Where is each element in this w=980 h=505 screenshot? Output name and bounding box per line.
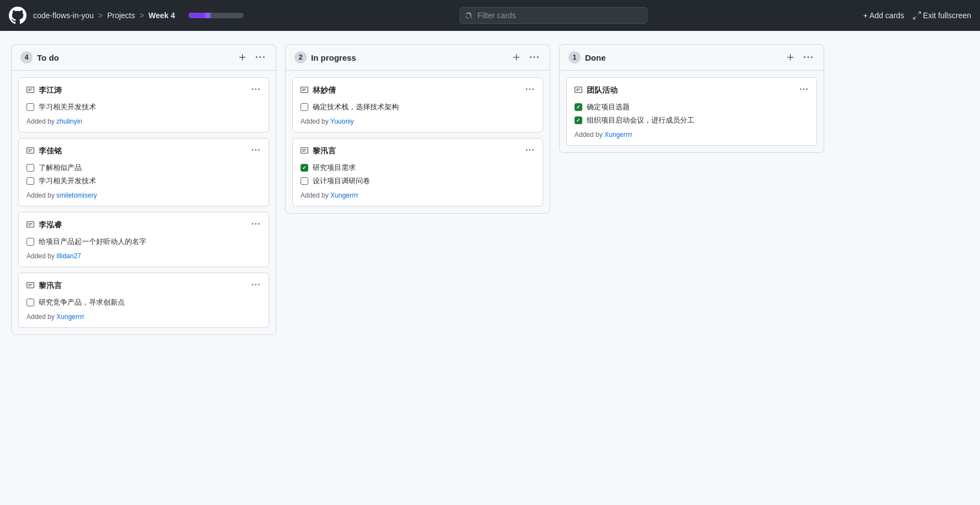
card-menu-button[interactable] <box>251 84 261 97</box>
card-kebab-icon <box>252 146 260 154</box>
card-menu-button[interactable] <box>251 145 261 157</box>
card-tasks: 学习相关开发技术 <box>27 102 261 112</box>
task-text: 确定项目选题 <box>587 102 630 112</box>
card-footer: Added by Xungerrrr <box>575 131 809 139</box>
task-text: 研究竞争产品，寻求创新点 <box>39 297 125 307</box>
card-note-icon <box>27 221 34 230</box>
card-tasks: 给项目产品起一个好听动人的名字 <box>27 237 261 247</box>
column-title: To do <box>37 53 231 62</box>
card-header: 黎汛言 <box>27 280 261 292</box>
column-header-todo: 4To do <box>12 45 276 71</box>
card-card-lixuyan-todo: 黎汛言研究竞争产品，寻求创新点Added by Xungerrrr <box>18 273 269 328</box>
task-checkbox[interactable] <box>27 103 34 111</box>
column-menu-button-todo[interactable] <box>254 52 267 63</box>
task-row: 设计项目调研问卷 <box>301 176 535 186</box>
card-author[interactable]: Yuuoniy <box>330 118 354 125</box>
card-note-icon <box>301 86 308 95</box>
card-header: 李佳铭 <box>27 145 261 157</box>
card-author[interactable]: Illidan27 <box>56 252 81 260</box>
add-cards-button[interactable]: + Add cards <box>863 11 904 20</box>
card-author[interactable]: Xungerrrr <box>56 313 85 321</box>
card-card-lijiaming: 李佳铭了解相似产品学习相关开发技术Added by smiletomisery <box>18 138 269 206</box>
progress-fill-green <box>188 13 205 18</box>
column-count: 4 <box>20 51 33 63</box>
kebab-icon <box>530 53 539 62</box>
card-title: 黎汛言 <box>313 146 520 156</box>
column-title: In progress <box>311 53 505 62</box>
task-checkbox[interactable] <box>301 103 308 111</box>
card-header: 林妙倩 <box>301 84 535 97</box>
plus-icon <box>238 53 247 62</box>
card-tasks: 研究项目需求设计项目调研问卷 <box>301 163 535 186</box>
column-menu-button-done[interactable] <box>802 52 815 63</box>
filter-area <box>250 7 857 24</box>
task-checkbox[interactable] <box>27 238 34 246</box>
task-checkbox[interactable] <box>27 164 34 172</box>
card-header: 李江涛 <box>27 84 261 97</box>
card-title: 李佳铭 <box>39 146 246 156</box>
github-logo <box>9 7 27 24</box>
breadcrumb-sep2: > <box>139 11 144 20</box>
column-body-in-progress: 林妙倩确定技术栈，选择技术架构Added by Yuuoniy黎汛言研究项目需求… <box>286 71 550 213</box>
card-menu-button[interactable] <box>251 280 261 292</box>
card-footer: Added by Illidan27 <box>27 252 261 260</box>
card-menu-button[interactable] <box>799 84 809 97</box>
card-kebab-icon <box>252 86 260 93</box>
column-add-button-in-progress[interactable] <box>510 52 523 63</box>
card-footer: Added by Yuuoniy <box>301 118 535 125</box>
card-tasks: 了解相似产品学习相关开发技术 <box>27 163 261 186</box>
card-added-by-label: Added by <box>301 118 330 125</box>
topnav: code-flows-in-you > Projects > Week 4 + … <box>0 0 980 31</box>
task-text: 给项目产品起一个好听动人的名字 <box>39 237 146 247</box>
task-text: 学习相关开发技术 <box>39 176 96 186</box>
card-author[interactable]: Xungerrrr <box>330 192 359 199</box>
task-text: 组织项目启动会议，进行成员分工 <box>587 115 694 125</box>
card-menu-button[interactable] <box>251 219 261 231</box>
card-author[interactable]: Xungerrrr <box>604 131 633 139</box>
exit-fullscreen-button[interactable]: Exit fullscreen <box>913 11 971 20</box>
task-checkbox[interactable] <box>301 164 308 172</box>
breadcrumb-sep1: > <box>98 11 103 20</box>
task-row: 确定技术栈，选择技术架构 <box>301 102 535 112</box>
column-menu-button-in-progress[interactable] <box>528 52 541 63</box>
card-footer: Added by zhulinyin <box>27 118 261 125</box>
kebab-icon <box>804 53 813 62</box>
column-todo: 4To do李江涛学习相关开发技术Added by zhulinyin李佳铭了解… <box>11 44 276 335</box>
card-note-icon <box>301 147 308 156</box>
breadcrumb: code-flows-in-you > Projects > Week 4 <box>33 11 175 20</box>
column-header-done: 1Done <box>560 45 824 71</box>
task-row: 研究项目需求 <box>301 163 535 173</box>
card-title: 黎汛言 <box>39 281 246 291</box>
task-checkbox[interactable] <box>575 116 582 124</box>
card-author[interactable]: smiletomisery <box>56 192 97 199</box>
breadcrumb-repo[interactable]: code-flows-in-you <box>33 11 94 20</box>
task-row: 了解相似产品 <box>27 163 261 173</box>
column-title: Done <box>585 53 779 62</box>
card-author[interactable]: zhulinyin <box>56 118 82 125</box>
card-kebab-icon <box>526 146 534 154</box>
card-note-icon <box>575 86 582 95</box>
task-row: 学习相关开发技术 <box>27 176 261 186</box>
task-checkbox[interactable] <box>301 177 308 185</box>
card-added-by-label: Added by <box>27 313 56 321</box>
column-add-button-todo[interactable] <box>236 52 249 63</box>
card-footer: Added by smiletomisery <box>27 192 261 199</box>
task-checkbox[interactable] <box>27 177 34 185</box>
task-row: 确定项目选题 <box>575 102 809 112</box>
task-checkbox[interactable] <box>27 299 34 306</box>
card-header: 黎汛言 <box>301 145 535 157</box>
topnav-actions: + Add cards Exit fullscreen <box>863 11 971 20</box>
exit-fullscreen-label: Exit fullscreen <box>923 11 971 20</box>
task-checkbox[interactable] <box>575 103 582 111</box>
filter-input[interactable] <box>460 7 647 24</box>
column-header-in-progress: 2In progress <box>286 45 550 71</box>
card-card-lihongchun: 李泓睿给项目产品起一个好听动人的名字Added by Illidan27 <box>18 212 269 267</box>
plus-icon <box>512 53 521 62</box>
card-menu-button[interactable] <box>525 145 535 157</box>
card-menu-button[interactable] <box>525 84 535 97</box>
exit-fullscreen-icon <box>913 12 921 19</box>
column-add-button-done[interactable] <box>784 52 797 63</box>
task-text: 学习相关开发技术 <box>39 102 96 112</box>
card-kebab-icon <box>800 86 808 93</box>
breadcrumb-projects[interactable]: Projects <box>107 11 135 20</box>
